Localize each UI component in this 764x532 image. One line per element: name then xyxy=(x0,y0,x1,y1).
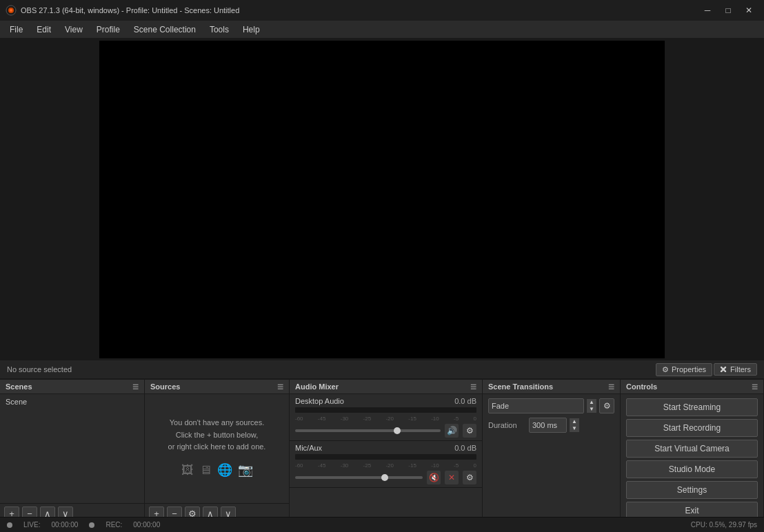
menu-edit[interactable]: Edit xyxy=(30,21,58,38)
filters-button[interactable]: 🗙 Filters xyxy=(714,363,757,376)
desktop-volume-slider[interactable] xyxy=(295,429,441,432)
desktop-audio-name: Desktop Audio xyxy=(295,397,344,405)
transition-select-row: Fade Cut Swipe Slide Stinger Luma Wipe ▲… xyxy=(488,398,614,413)
properties-bar: ⚙ Properties 🗙 Filters xyxy=(656,363,757,376)
mic-aux-volume-slider[interactable] xyxy=(295,476,423,479)
display-source-icon: 🖥 xyxy=(199,460,212,480)
no-source-bar: No source selected ⚙ Properties 🗙 Filter… xyxy=(0,360,764,379)
audio-mixer-title: Audio Mixer xyxy=(295,382,339,391)
mic-aux-controls: 🔇 ✕ ⚙ xyxy=(295,471,476,484)
svg-point-2 xyxy=(10,9,12,12)
settings-button[interactable]: Settings xyxy=(626,481,758,499)
maximize-button[interactable]: □ xyxy=(718,3,738,17)
properties-button[interactable]: ⚙ Properties xyxy=(656,363,712,376)
filter-icon: 🗙 xyxy=(720,365,727,374)
start-virtual-camera-button[interactable]: Start Virtual Camera xyxy=(626,440,758,458)
sources-empty-line1: You don't have any sources. xyxy=(170,417,264,429)
sources-panel-header: Sources ☰ xyxy=(145,380,289,394)
rec-label: REC: xyxy=(105,521,122,529)
scenes-panel: Scenes ☰ Scene + − ∧ ∨ xyxy=(0,380,145,524)
mic-aux-db: 0.0 dB xyxy=(454,444,476,452)
desktop-mute-button[interactable]: 🔊 xyxy=(445,424,459,438)
desktop-audio-meter xyxy=(295,407,476,413)
scene-transitions-title: Scene Transitions xyxy=(488,382,553,391)
transition-settings-button[interactable]: ⚙ xyxy=(599,398,614,413)
desktop-audio-track: Desktop Audio 0.0 dB -60 -45 -30 -25 -20… xyxy=(290,394,482,441)
transition-spin-buttons: ▲ ▼ xyxy=(587,399,596,413)
sources-panel-title: Sources xyxy=(150,382,180,391)
transition-type-select[interactable]: Fade Cut Swipe Slide Stinger Luma Wipe xyxy=(488,398,584,413)
mic-aux-x-button[interactable]: ✕ xyxy=(445,471,459,484)
transitions-menu-icon[interactable]: ☰ xyxy=(608,383,614,391)
transition-down-button[interactable]: ▼ xyxy=(587,406,596,413)
controls-header: Controls ☰ xyxy=(621,380,763,394)
mic-aux-scale: -60 -45 -30 -25 -20 -15 -10 -5 0 xyxy=(295,462,476,469)
mic-aux-track: Mic/Aux 0.0 dB -60 -45 -30 -25 -20 -15 -… xyxy=(290,441,482,488)
gear-small-icon: ⚙ xyxy=(662,365,669,374)
live-label: LIVE: xyxy=(23,521,40,529)
desktop-audio-settings-button[interactable]: ⚙ xyxy=(463,424,476,438)
preview-area xyxy=(0,39,764,360)
duration-row: Duration ▲ ▼ xyxy=(488,418,614,433)
menu-scene-collection[interactable]: Scene Collection xyxy=(127,21,203,38)
scenes-panel-menu-icon[interactable]: ☰ xyxy=(132,383,139,391)
sources-empty-line3: or right click here to add one. xyxy=(168,441,266,453)
mic-aux-header: Mic/Aux 0.0 dB xyxy=(295,444,476,452)
panels-row: Scenes ☰ Scene + − ∧ ∨ Sources ☰ xyxy=(0,379,764,524)
controls-content: Start Streaming Start Recording Start Vi… xyxy=(621,394,763,524)
live-time: 00:00:00 xyxy=(51,521,78,529)
mic-aux-meter xyxy=(295,454,476,460)
transitions-content: Fade Cut Swipe Slide Stinger Luma Wipe ▲… xyxy=(483,394,620,437)
mic-aux-settings-button[interactable]: ⚙ xyxy=(463,471,476,484)
menu-profile[interactable]: Profile xyxy=(90,21,127,38)
sources-panel: Sources ☰ You don't have any sources. Cl… xyxy=(145,380,290,524)
main-content: No source selected ⚙ Properties 🗙 Filter… xyxy=(0,39,764,532)
rec-status-dot xyxy=(89,522,94,528)
start-recording-button[interactable]: Start Recording xyxy=(626,419,758,437)
image-source-icon: 🖼 xyxy=(181,460,194,480)
audio-mixer-menu-icon[interactable]: ☰ xyxy=(470,383,476,391)
titlebar-controls: ─ □ ✕ xyxy=(698,3,758,17)
titlebar: OBS 27.1.3 (64-bit, windows) - Profile: … xyxy=(0,0,764,21)
desktop-audio-db: 0.0 dB xyxy=(454,397,476,405)
controls-menu-icon[interactable]: ☰ xyxy=(752,383,758,391)
controls-title: Controls xyxy=(626,382,657,391)
scene-transitions-header: Scene Transitions ☰ xyxy=(483,380,620,394)
sources-empty-line2: Click the + button below, xyxy=(176,429,259,442)
sources-empty-message[interactable]: You don't have any sources. Click the + … xyxy=(145,394,289,503)
duration-up-button[interactable]: ▲ xyxy=(570,418,579,425)
start-streaming-button[interactable]: Start Streaming xyxy=(626,398,758,416)
menu-file[interactable]: File xyxy=(3,21,30,38)
menubar: File Edit View Profile Scene Collection … xyxy=(0,21,764,39)
duration-down-button[interactable]: ▼ xyxy=(570,425,579,432)
scene-list-item[interactable]: Scene xyxy=(1,396,143,408)
no-source-label: No source selected xyxy=(7,365,72,374)
obs-logo-icon xyxy=(6,5,17,16)
sources-type-icons: 🖼 🖥 🌐 📷 xyxy=(181,460,253,480)
transition-up-button[interactable]: ▲ xyxy=(587,399,596,406)
rec-time: 00:00:00 xyxy=(133,521,160,529)
desktop-audio-header: Desktop Audio 0.0 dB xyxy=(295,397,476,405)
bottom-panel: Scenes ☰ Scene + − ∧ ∨ Sources ☰ xyxy=(0,379,764,517)
menu-tools[interactable]: Tools xyxy=(203,21,236,38)
desktop-audio-controls: 🔊 ⚙ xyxy=(295,424,476,438)
titlebar-left: OBS 27.1.3 (64-bit, windows) - Profile: … xyxy=(6,5,239,16)
duration-spin-buttons: ▲ ▼ xyxy=(570,418,579,432)
studio-mode-button[interactable]: Studio Mode xyxy=(626,460,758,478)
scenes-panel-title: Scenes xyxy=(6,382,32,391)
preview-canvas xyxy=(99,41,665,358)
desktop-audio-scale: -60 -45 -30 -25 -20 -15 -10 -5 0 xyxy=(295,416,476,422)
close-button[interactable]: ✕ xyxy=(739,3,758,17)
menu-help[interactable]: Help xyxy=(236,21,267,38)
browser-source-icon: 🌐 xyxy=(217,460,232,480)
duration-input[interactable] xyxy=(529,418,567,433)
mic-mute-button[interactable]: 🔇 xyxy=(427,471,441,484)
scenes-panel-header: Scenes ☰ xyxy=(0,380,144,394)
minimize-button[interactable]: ─ xyxy=(698,3,717,17)
scene-transitions-panel: Scene Transitions ☰ Fade Cut Swipe Slide… xyxy=(483,380,621,524)
sources-panel-menu-icon[interactable]: ☰ xyxy=(277,383,283,391)
menu-view[interactable]: View xyxy=(58,21,90,38)
live-status-dot xyxy=(7,522,12,528)
desktop-volume-knob xyxy=(394,427,401,434)
audio-mixer-panel: Audio Mixer ☰ Desktop Audio 0.0 dB -60 -… xyxy=(290,380,483,524)
